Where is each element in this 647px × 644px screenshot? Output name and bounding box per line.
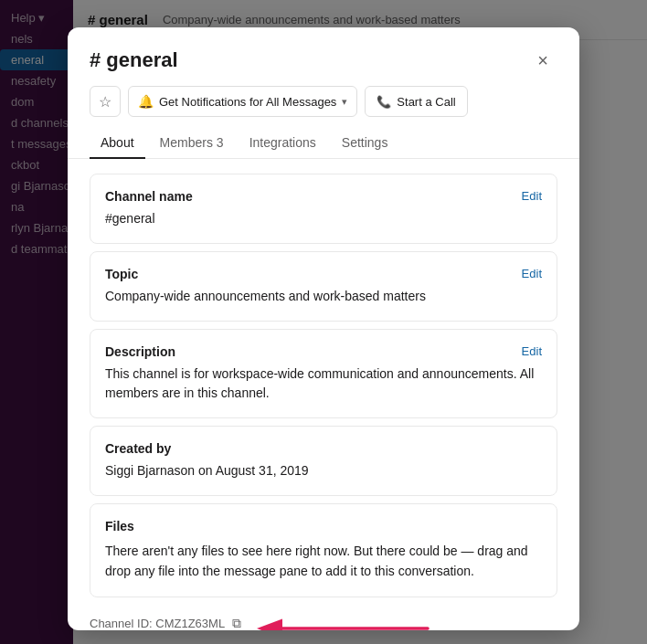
chevron-down-icon: ▾ <box>342 96 347 108</box>
call-label: Start a Call <box>397 95 455 109</box>
close-button[interactable]: × <box>528 46 557 75</box>
modal-toolbar: ☆ 🔔 Get Notifications for All Messages ▾… <box>68 75 579 128</box>
topic-card: Topic Edit Company-wide announcements an… <box>90 251 557 322</box>
modal-header: # general × <box>68 27 579 75</box>
files-card: Files There aren't any files to see here… <box>90 503 557 597</box>
bell-icon: 🔔 <box>138 94 154 109</box>
files-empty-text: There aren't any files to see here right… <box>105 541 542 582</box>
channel-name-value: #general <box>105 209 542 228</box>
channel-name-label: Channel name <box>105 189 193 204</box>
copy-icon[interactable]: ⧉ <box>232 616 241 630</box>
modal-tabs: About Members 3 Integrations Settings <box>68 128 579 159</box>
topic-value: Company-wide announcements and work-base… <box>105 287 542 306</box>
channel-id-row: Channel ID: CMZ1Z63ML ⧉ <box>90 605 557 630</box>
topic-label: Topic <box>105 267 138 281</box>
modal-title: # general <box>90 48 178 72</box>
topic-edit-button[interactable]: Edit <box>522 267 542 280</box>
notification-label: Get Notifications for All Messages <box>159 95 336 109</box>
tab-settings[interactable]: Settings <box>331 128 399 159</box>
channel-id-text: Channel ID: CMZ1Z63ML <box>90 617 225 630</box>
modal-body: Channel name Edit #general Topic Edit Co… <box>68 159 579 630</box>
created-by-card: Created by Siggi Bjarnason on August 31,… <box>90 426 557 496</box>
star-button[interactable]: ☆ <box>90 86 121 117</box>
arrow-indicator <box>254 612 437 630</box>
phone-icon: 📞 <box>377 95 391 109</box>
channel-name-edit-button[interactable]: Edit <box>522 189 542 203</box>
description-edit-button[interactable]: Edit <box>522 344 542 358</box>
created-by-label: Created by <box>105 441 171 456</box>
tab-integrations[interactable]: Integrations <box>239 128 327 159</box>
modal-overlay: # general × ☆ 🔔 Get Notifications for Al… <box>0 0 647 644</box>
start-call-button[interactable]: 📞 Start a Call <box>365 86 467 117</box>
notification-button[interactable]: 🔔 Get Notifications for All Messages ▾ <box>128 86 357 117</box>
star-icon: ☆ <box>99 93 111 111</box>
tab-about[interactable]: About <box>90 128 145 159</box>
channel-name-card: Channel name Edit #general <box>90 174 557 244</box>
tab-members[interactable]: Members 3 <box>149 128 235 159</box>
description-value: This channel is for workspace-wide commu… <box>105 364 542 403</box>
description-card: Description Edit This channel is for wor… <box>90 329 557 418</box>
files-label: Files <box>105 519 542 533</box>
description-label: Description <box>105 344 175 359</box>
created-by-value: Siggi Bjarnason on August 31, 2019 <box>105 461 542 480</box>
channel-details-modal: # general × ☆ 🔔 Get Notifications for Al… <box>68 27 579 630</box>
